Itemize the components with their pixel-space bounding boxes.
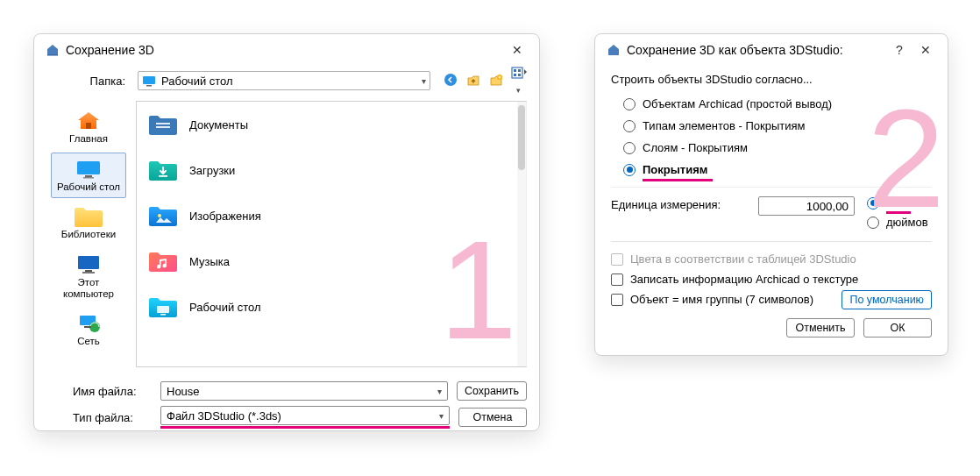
svg-point-2 <box>444 74 457 86</box>
places-sidebar: Главная Рабочий стол Библиотеки Этот ком… <box>46 101 131 367</box>
sidebar-item-network[interactable]: Сеть <box>51 307 126 353</box>
unit-label: Единица измерения: <box>611 196 751 211</box>
folder-label: Папка: <box>46 75 131 88</box>
back-icon[interactable] <box>443 73 458 89</box>
close-icon[interactable]: ✕ <box>508 43 527 57</box>
svg-rect-8 <box>518 74 521 76</box>
file-name-value: House <box>167 385 200 398</box>
sidebar-item-label: Этот компьютер <box>52 277 125 299</box>
checkbox-icon <box>611 294 623 306</box>
cancel-button-label: Отмена <box>473 411 513 423</box>
sidebar-item-label: Библиотеки <box>61 229 116 240</box>
options-heading: Строить объекты 3DStudio согласно... <box>611 67 932 93</box>
close-icon[interactable]: ✕ <box>916 43 935 57</box>
svg-point-22 <box>158 214 161 217</box>
check-label: Объект = имя группы (7 символов) <box>630 293 813 306</box>
scrollbar[interactable] <box>517 102 526 366</box>
unit-row: Единица измерения: мм дюймов <box>611 187 932 238</box>
radio-mm[interactable]: мм <box>867 196 928 210</box>
cancel-button[interactable]: Отмена <box>458 408 527 427</box>
radio-label: Типам элементов - Покрытиям <box>643 119 806 132</box>
radio-label: Слоям - Покрытиям <box>643 141 748 154</box>
folder-select[interactable]: Рабочий стол ▾ <box>138 71 430 90</box>
svg-rect-5 <box>514 69 516 72</box>
titlebar: Сохранение 3D как объекта 3DStudio: ? ✕ <box>595 34 948 62</box>
radio-archicad-objects[interactable]: Объектам Archicad (простой вывод) <box>611 93 932 115</box>
check-texture-info[interactable]: Записать информацию Archicad о текстуре <box>611 269 932 289</box>
ok-button[interactable]: ОК <box>863 318 932 337</box>
radio-icon <box>623 120 636 132</box>
checkbox-icon <box>611 253 623 266</box>
svg-rect-19 <box>156 123 170 124</box>
file-type-value: Файл 3DStudio (*.3ds) <box>167 409 281 423</box>
file-name-input[interactable]: House ▾ <box>160 381 448 401</box>
radio-layers[interactable]: Слоям - Покрытиям <box>611 137 932 159</box>
up-folder-icon[interactable] <box>465 73 481 89</box>
save-3d-dialog: Сохранение 3D ✕ Папка: Рабочий стол ▾ ▾ … <box>33 33 540 431</box>
scrollbar-thumb[interactable] <box>518 105 525 170</box>
file-type-label: Тип файла: <box>46 411 152 424</box>
check-group-name[interactable]: Объект = имя группы (7 символов) <box>611 289 842 309</box>
desktop-icon <box>73 157 104 181</box>
svg-rect-0 <box>143 76 155 84</box>
new-folder-icon[interactable] <box>488 73 504 89</box>
chevron-down-icon: ▾ <box>422 76 426 86</box>
radio-label: Объектам Archicad (простой вывод) <box>643 97 832 110</box>
svg-rect-11 <box>85 175 92 177</box>
svg-rect-7 <box>514 74 516 76</box>
check-label: Записать информацию Archicad о текстуре <box>630 273 858 286</box>
network-icon <box>73 311 104 336</box>
chevron-down-icon: ▾ <box>437 387 442 396</box>
chevron-down-icon: ▾ <box>439 411 444 421</box>
list-item[interactable]: Музыка <box>137 238 526 284</box>
sidebar-item-label: Рабочий стол <box>57 181 120 193</box>
check-label: Цвета в соответствии с таблицей 3DStudio <box>630 252 856 266</box>
svg-rect-23 <box>157 306 169 313</box>
home-icon <box>73 109 104 133</box>
radio-inches[interactable]: дюймов <box>867 216 928 229</box>
file-name: Рабочий стол <box>189 301 261 314</box>
sidebar-item-this-pc[interactable]: Этот компьютер <box>51 248 126 305</box>
svg-rect-4 <box>512 67 522 78</box>
cancel-button[interactable]: Отменить <box>786 318 855 337</box>
file-type-select[interactable]: Файл 3DStudio (*.3ds) ▾ <box>160 406 450 425</box>
highlight-mark <box>160 426 450 429</box>
svg-rect-21 <box>159 175 167 177</box>
documents-folder-icon <box>147 110 179 139</box>
dialog-title: Сохранение 3D <box>66 43 501 57</box>
radio-icon <box>623 98 636 110</box>
svg-rect-15 <box>82 272 95 274</box>
file-name: Музыка <box>189 255 230 268</box>
highlight-mark <box>886 211 911 214</box>
check-3ds-colors: Цвета в соответствии с таблицей 3DStudio <box>611 249 932 269</box>
bottom-panel: Имя файла: House ▾ Сохранить Тип файла: … <box>34 373 539 441</box>
list-item[interactable]: Документы <box>137 102 526 147</box>
titlebar: Сохранение 3D ✕ <box>34 34 539 62</box>
radio-element-types[interactable]: Типам элементов - Покрытиям <box>611 115 932 137</box>
list-item[interactable]: Загрузки <box>137 147 526 193</box>
file-list[interactable]: Документы Загрузки Изображения Музыка Ра… <box>136 101 527 367</box>
ok-button-label: ОК <box>890 322 905 334</box>
radio-icon <box>623 142 636 154</box>
help-icon[interactable]: ? <box>890 43 909 57</box>
pc-icon <box>73 252 104 277</box>
dialog-title: Сохранение 3D как объекта 3DStudio: <box>627 43 883 57</box>
view-menu-icon[interactable]: ▾ <box>511 66 527 96</box>
radio-icon <box>867 217 879 229</box>
svg-rect-24 <box>160 314 166 316</box>
sidebar-item-home[interactable]: Главная <box>51 104 126 151</box>
file-name-label: Имя файла: <box>46 385 152 398</box>
sidebar-item-libraries[interactable]: Библиотеки <box>51 200 126 246</box>
list-item[interactable]: Рабочий стол <box>137 284 526 330</box>
separator <box>611 241 932 242</box>
sidebar-item-desktop[interactable]: Рабочий стол <box>51 153 126 199</box>
radio-label: мм <box>886 196 903 210</box>
music-folder-icon <box>147 247 179 275</box>
unit-input[interactable] <box>758 196 855 216</box>
radio-surfaces[interactable]: Покрытиям <box>611 159 932 181</box>
folder-row: Папка: Рабочий стол ▾ ▾ <box>34 62 539 101</box>
list-item[interactable]: Изображения <box>137 193 526 238</box>
defaults-button[interactable]: По умолчанию <box>842 290 932 309</box>
save-button[interactable]: Сохранить <box>457 381 527 401</box>
desktop-folder-icon <box>147 293 179 321</box>
